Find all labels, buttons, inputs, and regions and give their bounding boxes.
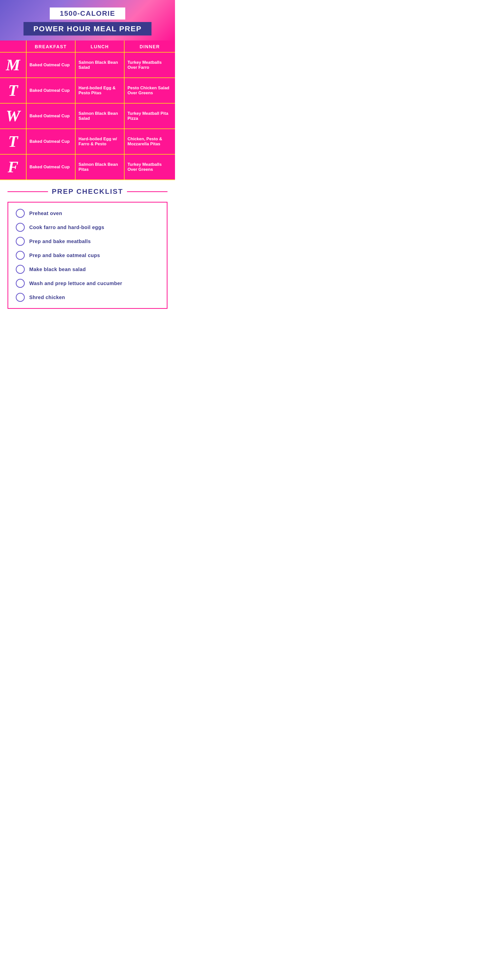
page-wrapper: 1500-CALORIE POWER HOUR MEAL PREP BREAKF… bbox=[0, 0, 175, 319]
title-box-top: 1500-CALORIE bbox=[50, 8, 125, 19]
table-header-row: BREAKFAST LUNCH DINNER bbox=[0, 40, 175, 52]
checklist-border: Preheat oven Cook farro and hard-boil eg… bbox=[8, 202, 168, 309]
day-letter-cell: T bbox=[0, 129, 26, 154]
checkbox-circle[interactable] bbox=[16, 293, 25, 302]
checklist-item-text: Prep and bake meatballs bbox=[29, 239, 91, 244]
checklist-item: Make black bean salad bbox=[16, 265, 159, 274]
checklist-item: Cook farro and hard-boil eggs bbox=[16, 223, 159, 232]
title-bottom: POWER HOUR MEAL PREP bbox=[33, 24, 142, 33]
checklist-item-text: Shred chicken bbox=[29, 294, 65, 300]
table-row: T Baked Oatmeal Cup Hard-boiled Egg w/ F… bbox=[0, 129, 175, 154]
checkbox-circle[interactable] bbox=[16, 223, 25, 232]
breakfast-cell: Baked Oatmeal Cup bbox=[26, 103, 75, 129]
header-section: 1500-CALORIE POWER HOUR MEAL PREP bbox=[0, 0, 175, 40]
dinner-cell: Pesto Chicken Salad Over Greens bbox=[124, 78, 175, 103]
checklist-item: Prep and bake oatmeal cups bbox=[16, 251, 159, 260]
dinner-cell: Turkey Meatballs Over Farro bbox=[124, 52, 175, 78]
checklist-item-text: Make black bean salad bbox=[29, 267, 86, 272]
table-row: M Baked Oatmeal Cup Salmon Black Bean Sa… bbox=[0, 52, 175, 78]
lunch-cell: Hard-boiled Egg w/ Farro & Pesto bbox=[75, 129, 124, 154]
checklist-item: Wash and prep lettuce and cucumber bbox=[16, 279, 159, 288]
day-letter: M bbox=[3, 57, 23, 73]
checklist-item-text: Wash and prep lettuce and cucumber bbox=[29, 281, 122, 286]
meal-table-section: BREAKFAST LUNCH DINNER M Baked Oatmeal C… bbox=[0, 40, 175, 180]
checkbox-circle[interactable] bbox=[16, 209, 25, 218]
breakfast-header: BREAKFAST bbox=[26, 40, 75, 52]
table-row: F Baked Oatmeal Cup Salmon Black Bean Pi… bbox=[0, 154, 175, 180]
breakfast-cell: Baked Oatmeal Cup bbox=[26, 154, 75, 180]
lunch-cell: Salmon Black Bean Salad bbox=[75, 103, 124, 129]
breakfast-cell: Baked Oatmeal Cup bbox=[26, 129, 75, 154]
checkbox-circle[interactable] bbox=[16, 251, 25, 260]
lunch-cell: Salmon Black Bean Salad bbox=[75, 52, 124, 78]
day-letter: F bbox=[3, 159, 23, 175]
day-letter: T bbox=[3, 83, 23, 99]
lunch-cell: Hard-boiled Egg & Pesto Pitas bbox=[75, 78, 124, 103]
day-letter: T bbox=[3, 134, 23, 150]
title-box-bottom: POWER HOUR MEAL PREP bbox=[24, 22, 152, 35]
dinner-header: DINNER bbox=[124, 40, 175, 52]
checklist-item-text: Prep and bake oatmeal cups bbox=[29, 253, 100, 258]
lunch-cell: Salmon Black Bean Pitas bbox=[75, 154, 124, 180]
checklist-title: PREP CHECKLIST bbox=[52, 188, 123, 196]
breakfast-cell: Baked Oatmeal Cup bbox=[26, 78, 75, 103]
checklist-items-container: Preheat oven Cook farro and hard-boil eg… bbox=[16, 209, 159, 302]
dinner-cell: Turkey Meatball Pita Pizza bbox=[124, 103, 175, 129]
checklist-section: PREP CHECKLIST Preheat oven Cook farro a… bbox=[0, 180, 175, 319]
checklist-item: Prep and bake meatballs bbox=[16, 237, 159, 246]
checklist-line-left bbox=[8, 191, 48, 192]
table-row: W Baked Oatmeal Cup Salmon Black Bean Sa… bbox=[0, 103, 175, 129]
checkbox-circle[interactable] bbox=[16, 265, 25, 274]
breakfast-cell: Baked Oatmeal Cup bbox=[26, 52, 75, 78]
day-letter-cell: M bbox=[0, 52, 26, 78]
title-top: 1500-CALORIE bbox=[60, 10, 115, 17]
checklist-item-text: Cook farro and hard-boil eggs bbox=[29, 224, 104, 230]
checkbox-circle[interactable] bbox=[16, 279, 25, 288]
checklist-item-text: Preheat oven bbox=[29, 210, 62, 216]
day-letter: W bbox=[3, 108, 23, 124]
checklist-item: Shred chicken bbox=[16, 293, 159, 302]
meal-table: BREAKFAST LUNCH DINNER M Baked Oatmeal C… bbox=[0, 40, 175, 180]
lunch-header: LUNCH bbox=[75, 40, 124, 52]
dinner-cell: Chicken, Pesto & Mozzarella Pitas bbox=[124, 129, 175, 154]
day-letter-cell: T bbox=[0, 78, 26, 103]
checkbox-circle[interactable] bbox=[16, 237, 25, 246]
checklist-item: Preheat oven bbox=[16, 209, 159, 218]
checklist-title-wrapper: PREP CHECKLIST bbox=[8, 188, 168, 196]
day-letter-cell: F bbox=[0, 154, 26, 180]
day-col-header bbox=[0, 40, 26, 52]
checklist-line-right bbox=[127, 191, 168, 192]
dinner-cell: Turkey Meatballs Over Greens bbox=[124, 154, 175, 180]
day-letter-cell: W bbox=[0, 103, 26, 129]
table-row: T Baked Oatmeal Cup Hard-boiled Egg & Pe… bbox=[0, 78, 175, 103]
